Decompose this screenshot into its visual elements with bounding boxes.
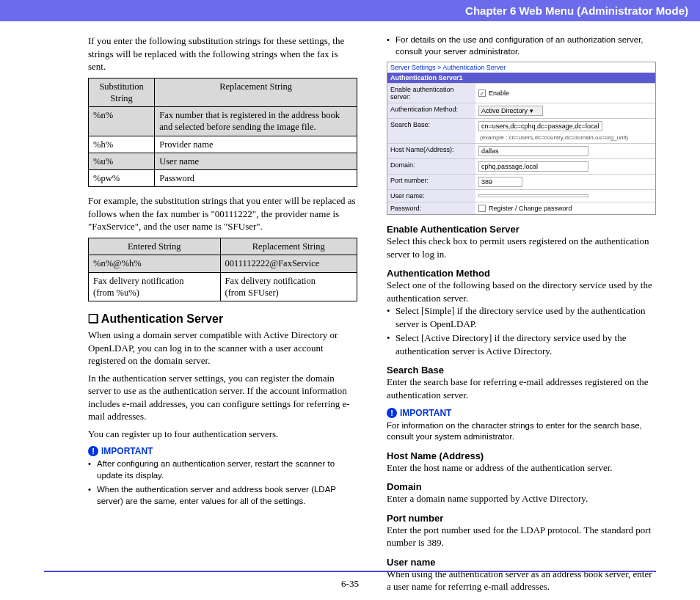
sc-label: Port number: xyxy=(387,175,475,189)
auth-paragraph: When using a domain server compatible wi… xyxy=(88,329,357,367)
important-note: For information on the character strings… xyxy=(387,420,656,443)
table-cell: Password xyxy=(155,170,357,187)
field-heading: Authentication Method xyxy=(387,268,656,279)
important-heading: !IMPORTANT xyxy=(88,446,357,456)
chapter-title: Chapter 6 Web Menu (Administrator Mode) xyxy=(465,4,688,17)
screenshot-breadcrumb: Server Settings > Authentication Server xyxy=(387,62,655,73)
sc-value: Register / Change password xyxy=(489,205,572,212)
sc-hint: (example : cn=users,dc=country,dc=domain… xyxy=(480,134,628,141)
table-cell: Provider name xyxy=(155,136,357,153)
authentication-server-heading: Authentication Server xyxy=(88,312,357,326)
intro-paragraph-1: If you enter the following substitution … xyxy=(88,34,357,73)
field-body: Enter the host name or address of the au… xyxy=(387,461,656,475)
sc-input: 389 xyxy=(478,177,522,187)
sc-label: Password: xyxy=(387,202,475,214)
field-body: Select one of the following based on the… xyxy=(387,279,656,304)
footer-rule xyxy=(44,571,656,572)
important-icon: ! xyxy=(387,408,397,418)
sc-input xyxy=(478,194,588,197)
important-bullets: •After configuring an authentication ser… xyxy=(88,458,357,507)
auth-paragraph: You can register up to four authenticati… xyxy=(88,428,357,441)
field-heading: Enable Authentication Server xyxy=(387,224,656,235)
field-bullets: •Select [Simple] if the directory servic… xyxy=(387,304,656,357)
table-cell: %pw% xyxy=(89,170,155,187)
table-cell: 0011112222@FaxService xyxy=(220,255,357,272)
bullet-item: For details on the use and configuration… xyxy=(395,34,656,57)
table-cell: %n% xyxy=(89,107,155,136)
checkbox-icon: ✓ xyxy=(478,89,486,97)
sc-label: User name: xyxy=(387,190,475,202)
chapter-header: Chapter 6 Web Menu (Administrator Mode) xyxy=(0,0,700,21)
field-body: Enter the port number used for the LDAP … xyxy=(387,524,656,549)
table-cell: %u% xyxy=(89,153,155,169)
sc-select: Active Directory ▾ xyxy=(478,106,543,116)
table-header: Substitution String xyxy=(89,78,155,107)
screenshot-figure: Server Settings > Authentication Server … xyxy=(387,62,656,215)
important-heading: !IMPORTANT xyxy=(387,408,656,418)
page-number: 6-35 xyxy=(0,578,700,590)
sc-input: dallas xyxy=(478,146,588,156)
sc-label: Authentication Method: xyxy=(387,103,475,118)
auth-paragraph: In the authentication server settings, y… xyxy=(88,372,357,423)
important-text: For information on the character strings… xyxy=(387,421,642,442)
sc-label: Search Base: xyxy=(387,119,475,143)
table-header: Replacement String xyxy=(220,238,357,255)
sc-input: cphq.passage.local xyxy=(478,161,588,172)
table-cell: %n%@%h% xyxy=(89,255,221,272)
sc-value: Enable xyxy=(489,89,509,97)
important-icon: ! xyxy=(88,446,98,456)
bullet-item: Select [Simple] if the directory service… xyxy=(395,304,656,330)
substitution-table: Substitution StringReplacement String %n… xyxy=(88,78,357,188)
sc-input: cn=users,dc=cphq,dc=passage,dc=local xyxy=(478,121,602,131)
field-body: Enter a domain name supported by Active … xyxy=(387,492,656,505)
sc-label: Host Name(Address): xyxy=(387,144,475,158)
table-cell: %h% xyxy=(89,136,155,153)
field-heading: Search Base xyxy=(387,365,656,376)
right-column: •For details on the use and configuratio… xyxy=(387,34,656,593)
field-heading: User name xyxy=(387,557,656,568)
left-column: If you enter the following substitution … xyxy=(88,34,357,593)
sc-label: Domain: xyxy=(387,159,475,174)
intro-paragraph-2: For example, the substitution strings th… xyxy=(88,194,357,233)
table-cell: User name xyxy=(155,153,357,169)
top-bullet: •For details on the use and configuratio… xyxy=(387,34,656,57)
page-body: If you enter the following substitution … xyxy=(0,21,700,593)
table-cell: Fax delivery notification (from SFUser) xyxy=(220,272,357,301)
table-header: Entered String xyxy=(89,238,221,255)
field-heading: Domain xyxy=(387,481,656,492)
field-heading: Host Name (Address) xyxy=(387,450,656,461)
sc-label: Enable authentication server: xyxy=(387,84,475,103)
field-body: Enter the search base for referring e-ma… xyxy=(387,376,656,401)
screenshot-section-bar: Authentication Server1 xyxy=(387,73,655,83)
table-cell: Fax delivery notification (from %u%) xyxy=(89,272,221,301)
bullet-item: When the authentication server and addre… xyxy=(97,484,357,507)
checkbox-icon xyxy=(478,205,486,212)
bullet-item: Select [Active Directory] if the directo… xyxy=(395,332,656,357)
field-body: Select this check box to permit users re… xyxy=(387,235,656,260)
table-cell: Fax number that is registered in the add… xyxy=(155,107,357,136)
example-table: Entered StringReplacement String %n%@%h%… xyxy=(88,238,357,301)
table-header: Replacement String xyxy=(155,78,357,107)
field-heading: Port number xyxy=(387,513,656,524)
bullet-item: After configuring an authentication serv… xyxy=(97,458,357,481)
